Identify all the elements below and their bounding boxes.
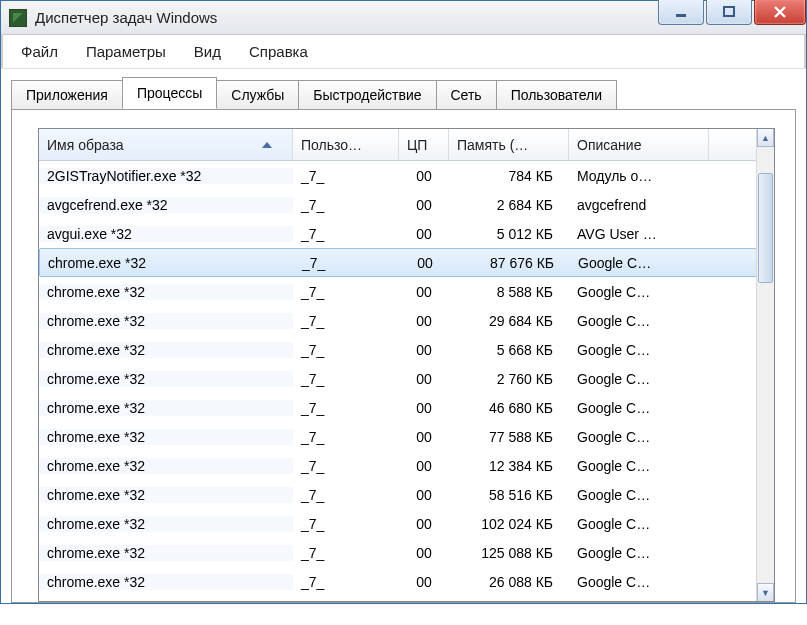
- table-row[interactable]: chrome.exe *32_7_0058 516 КБGoogle C…: [39, 480, 774, 509]
- column-cpu[interactable]: ЦП: [399, 129, 449, 160]
- table-row[interactable]: chrome.exe *32_7_0012 384 КБGoogle C…: [39, 451, 774, 480]
- cell-description: avgcefrend: [569, 197, 709, 213]
- column-label: Имя образа: [47, 137, 124, 153]
- cell-user: _7_: [294, 255, 400, 271]
- tab-users[interactable]: Пользователи: [496, 80, 617, 110]
- column-user[interactable]: Пользо…: [293, 129, 399, 160]
- cell-memory: 8 588 КБ: [449, 284, 569, 300]
- table-row[interactable]: avgcefrend.exe *32_7_002 684 КБavgcefren…: [39, 190, 774, 219]
- cell-image-name: chrome.exe *32: [39, 429, 293, 445]
- cell-user: _7_: [293, 226, 399, 242]
- cell-image-name: chrome.exe *32: [39, 313, 293, 329]
- minimize-icon: [674, 6, 688, 18]
- cell-image-name: chrome.exe *32: [39, 545, 293, 561]
- table-row[interactable]: chrome.exe *32_7_0046 680 КБGoogle C…: [39, 393, 774, 422]
- cell-user: _7_: [293, 458, 399, 474]
- cell-memory: 784 КБ: [449, 168, 569, 184]
- cell-description: Google C…: [569, 458, 709, 474]
- table-row[interactable]: chrome.exe *32_7_0087 676 КБGoogle C…: [39, 248, 774, 277]
- cell-description: Google C…: [569, 400, 709, 416]
- cell-user: _7_: [293, 342, 399, 358]
- task-manager-window: Диспетчер задач Windows Файл Параметры В…: [0, 0, 807, 604]
- tab-performance[interactable]: Быстродействие: [298, 80, 436, 110]
- cell-image-name: chrome.exe *32: [40, 255, 294, 271]
- cell-description: AVG User …: [569, 226, 709, 242]
- cell-description: Google C…: [569, 371, 709, 387]
- vertical-scrollbar[interactable]: ▲ ▼: [756, 129, 774, 601]
- table-row[interactable]: avgui.exe *32_7_005 012 КБAVG User …: [39, 219, 774, 248]
- maximize-button[interactable]: [706, 0, 752, 25]
- close-button[interactable]: [754, 0, 806, 25]
- cell-memory: 2 684 КБ: [449, 197, 569, 213]
- scroll-up-button[interactable]: ▲: [757, 129, 774, 147]
- column-memory[interactable]: Память (…: [449, 129, 569, 160]
- cell-image-name: chrome.exe *32: [39, 574, 293, 590]
- menu-view[interactable]: Вид: [180, 39, 235, 64]
- tab-processes[interactable]: Процессы: [122, 77, 217, 109]
- table-row[interactable]: 2GISTrayNotifier.exe *32_7_00784 КБМодул…: [39, 161, 774, 190]
- cell-memory: 5 668 КБ: [449, 342, 569, 358]
- cell-user: _7_: [293, 487, 399, 503]
- cell-memory: 29 684 КБ: [449, 313, 569, 329]
- menu-options[interactable]: Параметры: [72, 39, 180, 64]
- cell-cpu: 00: [399, 487, 449, 503]
- titlebar[interactable]: Диспетчер задач Windows: [1, 1, 806, 35]
- cell-image-name: avgcefrend.exe *32: [39, 197, 293, 213]
- cell-memory: 26 088 КБ: [449, 574, 569, 590]
- cell-memory: 12 384 КБ: [449, 458, 569, 474]
- tab-page-processes: Имя образа Пользо… ЦП Память (… Описание…: [11, 109, 796, 603]
- tab-networking[interactable]: Сеть: [436, 80, 497, 110]
- scroll-down-button[interactable]: ▼: [757, 583, 774, 601]
- cell-description: Google C…: [569, 284, 709, 300]
- cell-memory: 77 588 КБ: [449, 429, 569, 445]
- cell-description: Google C…: [570, 255, 710, 271]
- tab-applications[interactable]: Приложения: [11, 80, 123, 110]
- table-row[interactable]: chrome.exe *32_7_002 760 КБGoogle C…: [39, 364, 774, 393]
- cell-description: Модуль о…: [569, 168, 709, 184]
- cell-cpu: 00: [399, 226, 449, 242]
- menubar: Файл Параметры Вид Справка: [1, 35, 806, 69]
- cell-cpu: 00: [399, 458, 449, 474]
- cell-memory: 58 516 КБ: [449, 487, 569, 503]
- cell-user: _7_: [293, 197, 399, 213]
- cell-user: _7_: [293, 371, 399, 387]
- cell-image-name: chrome.exe *32: [39, 371, 293, 387]
- scroll-thumb[interactable]: [758, 173, 773, 283]
- table-row[interactable]: chrome.exe *32_7_0029 684 КБGoogle C…: [39, 306, 774, 335]
- table-row[interactable]: chrome.exe *32_7_0077 588 КБGoogle C…: [39, 422, 774, 451]
- cell-memory: 87 676 КБ: [450, 255, 570, 271]
- window-title: Диспетчер задач Windows: [35, 9, 217, 26]
- table-row[interactable]: chrome.exe *32_7_00102 024 КБGoogle C…: [39, 509, 774, 538]
- cell-image-name: chrome.exe *32: [39, 342, 293, 358]
- app-icon: [9, 9, 27, 27]
- cell-user: _7_: [293, 545, 399, 561]
- cell-memory: 2 760 КБ: [449, 371, 569, 387]
- cell-user: _7_: [293, 516, 399, 532]
- table-row[interactable]: chrome.exe *32_7_0026 088 КБGoogle C…: [39, 567, 774, 596]
- minimize-button[interactable]: [658, 0, 704, 25]
- cell-cpu: 00: [399, 429, 449, 445]
- list-header: Имя образа Пользо… ЦП Память (… Описание: [39, 129, 774, 161]
- cell-image-name: chrome.exe *32: [39, 400, 293, 416]
- client-area: Приложения Процессы Службы Быстродействи…: [1, 69, 806, 603]
- table-row[interactable]: chrome.exe *32_7_008 588 КБGoogle C…: [39, 277, 774, 306]
- cell-description: Google C…: [569, 487, 709, 503]
- cell-cpu: 00: [399, 516, 449, 532]
- cell-cpu: 00: [400, 255, 450, 271]
- cell-user: _7_: [293, 313, 399, 329]
- cell-user: _7_: [293, 168, 399, 184]
- cell-memory: 46 680 КБ: [449, 400, 569, 416]
- cell-cpu: 00: [399, 545, 449, 561]
- column-description[interactable]: Описание: [569, 129, 709, 160]
- table-row[interactable]: chrome.exe *32_7_00125 088 КБGoogle C…: [39, 538, 774, 567]
- cell-user: _7_: [293, 400, 399, 416]
- cell-cpu: 00: [399, 574, 449, 590]
- table-row[interactable]: chrome.exe *32_7_005 668 КБGoogle C…: [39, 335, 774, 364]
- menu-file[interactable]: Файл: [7, 39, 72, 64]
- column-image-name[interactable]: Имя образа: [39, 129, 293, 160]
- cell-description: Google C…: [569, 342, 709, 358]
- menu-help[interactable]: Справка: [235, 39, 322, 64]
- cell-description: Google C…: [569, 313, 709, 329]
- cell-cpu: 00: [399, 371, 449, 387]
- tab-services[interactable]: Службы: [216, 80, 299, 110]
